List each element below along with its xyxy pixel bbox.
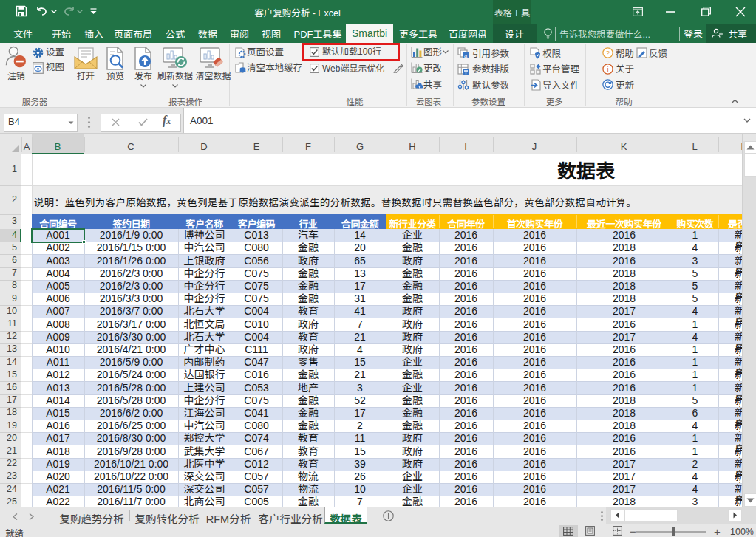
svg-text:i: i: [607, 65, 608, 73]
svg-text:?: ?: [606, 49, 610, 57]
